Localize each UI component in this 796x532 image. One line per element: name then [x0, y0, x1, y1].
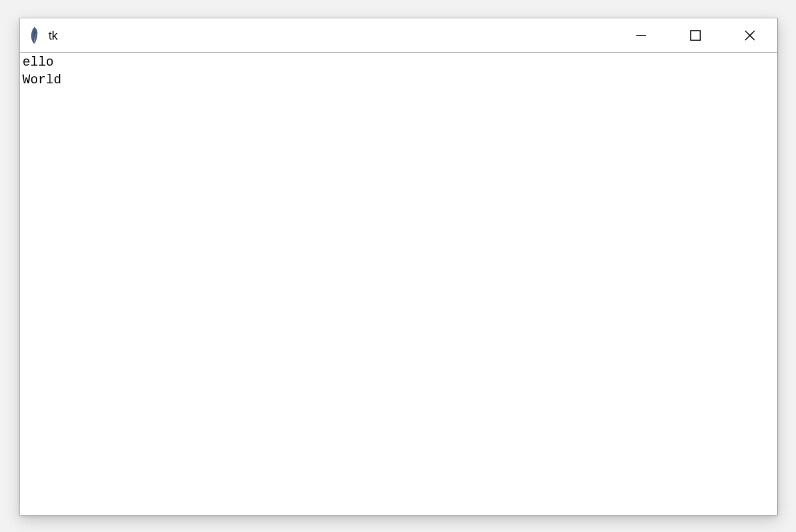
minimize-button[interactable]: [614, 18, 668, 52]
titlebar[interactable]: tk: [20, 18, 777, 53]
client-area: ello World: [20, 53, 777, 515]
svg-rect-1: [691, 31, 700, 40]
text-widget[interactable]: ello World: [20, 53, 777, 515]
maximize-button[interactable]: [668, 18, 723, 52]
close-button[interactable]: [723, 18, 777, 52]
app-window: tk ello World: [20, 18, 778, 515]
window-title: tk: [48, 30, 58, 41]
feather-icon: [27, 26, 41, 45]
maximize-icon: [690, 30, 701, 41]
minimize-icon: [635, 30, 647, 41]
window-controls: [614, 18, 777, 52]
close-icon: [744, 30, 756, 41]
